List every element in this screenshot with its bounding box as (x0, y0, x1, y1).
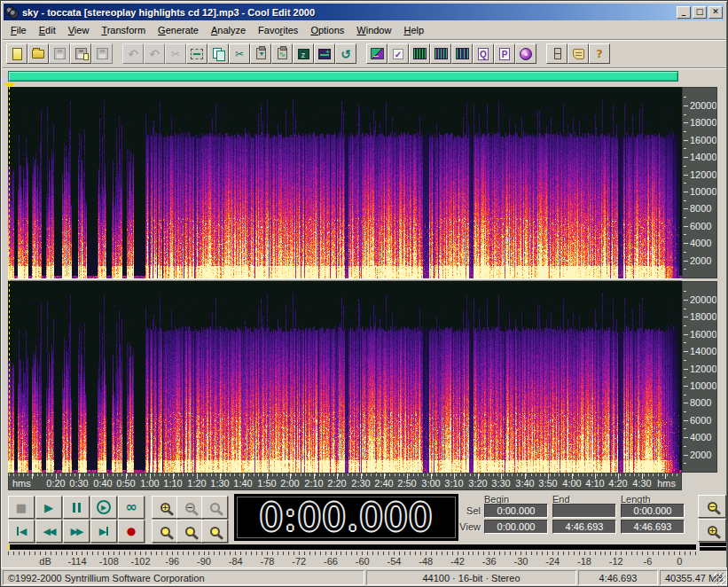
save-selection-button[interactable] (91, 43, 113, 64)
undo-button[interactable]: ↶ (122, 43, 144, 64)
spectral-phase-button[interactable] (451, 43, 473, 64)
flush-virtual-files-button[interactable] (546, 43, 568, 64)
repeat-command-button[interactable]: ↶ (144, 43, 165, 64)
spectrogram-left-channel[interactable] (8, 87, 682, 278)
freq-tick (684, 208, 688, 209)
paste-to-new-button[interactable] (271, 43, 293, 64)
help-icon: ? (596, 48, 603, 59)
sel-length-field[interactable]: 0:00.000 (621, 504, 685, 518)
scripts-button[interactable] (568, 43, 589, 64)
time-label: 1:40 (233, 478, 252, 489)
stop-button[interactable]: ■ (8, 496, 35, 519)
menu-view[interactable]: View (62, 23, 96, 37)
freq-tick (684, 369, 688, 370)
close-button[interactable]: ✕ (708, 6, 723, 19)
frequency-scale-right[interactable]: 2000018000160001400012000100008000600040… (682, 281, 717, 473)
save-file-icon (54, 48, 66, 59)
cd-player-button[interactable] (515, 43, 536, 64)
minimize-button[interactable]: _ (677, 6, 691, 19)
spectral-view-toggle-button[interactable] (366, 43, 387, 64)
menu-favorites[interactable]: Favorites (252, 23, 304, 37)
toolbar: ↶↶✂✂z↺✓QP? (6, 42, 724, 66)
zoom-left-edge-icon (185, 527, 195, 536)
menu-options[interactable]: Options (304, 23, 350, 37)
stop-icon: ■ (16, 502, 27, 513)
zoom-in-button[interactable]: + (152, 496, 178, 519)
trim-button[interactable] (186, 43, 207, 64)
view-begin-field[interactable]: 0:00.000 (484, 520, 548, 534)
resize-grip[interactable] (714, 573, 725, 584)
go-to-beginning-button[interactable]: ◀ (8, 520, 35, 543)
play-icon: ▶ (44, 502, 53, 513)
loop-edit-button[interactable]: ↺ (335, 43, 356, 64)
sel-end-field[interactable] (552, 504, 616, 518)
spectral-pan-button[interactable] (430, 43, 451, 64)
open-file-button[interactable] (27, 43, 49, 64)
freq-label: 16000 (690, 329, 717, 340)
zoom-left-edge-button[interactable] (176, 520, 203, 543)
convert-sample-type-button[interactable] (314, 43, 335, 64)
current-time-display: 0:00.000 (260, 496, 434, 539)
db-label: -66 (324, 556, 338, 567)
freq-tick (684, 420, 688, 421)
zoom-out-button[interactable]: − (176, 496, 203, 519)
zoom-right-edge-button[interactable] (201, 520, 228, 543)
menu-analyze[interactable]: Analyze (205, 23, 252, 37)
zoom-in-vertical-button[interactable]: + (698, 519, 726, 542)
paste-button[interactable] (250, 43, 271, 64)
menu-generate[interactable]: Generate (152, 23, 205, 37)
settings-check-button[interactable]: ✓ (387, 43, 409, 64)
freq-tick (684, 403, 688, 403)
time-ruler[interactable]: hms hms 0:200:300:400:501:001:101:201:30… (8, 473, 682, 490)
db-label: -108 (99, 556, 119, 567)
play-loop-infinite-button[interactable]: ∞ (118, 496, 145, 519)
frequency-analysis-button[interactable] (409, 43, 430, 64)
save-file-button[interactable] (49, 43, 70, 64)
title-bar[interactable]: sky - toccata [stereoplay highlights cd … (4, 4, 724, 20)
time-label: 3:50 (538, 478, 557, 489)
view-end-field[interactable]: 4:46.693 (552, 520, 616, 534)
spectrogram-right-channel[interactable] (8, 281, 682, 473)
overview-scroll-bar[interactable] (8, 71, 678, 82)
help-button[interactable]: ? (589, 43, 610, 64)
rewind-button[interactable]: ◀◀ (35, 520, 62, 543)
freq-tick (684, 97, 686, 98)
go-to-end-button[interactable]: ▶ (90, 520, 117, 543)
cut-button[interactable]: ✂ (229, 43, 250, 64)
zoom-full-button[interactable] (201, 496, 228, 519)
play-list-button[interactable]: P (494, 43, 515, 64)
zoom-out-vertical-button[interactable]: − (698, 495, 726, 518)
spectral-pan-icon (434, 48, 448, 59)
frequency-scale-left[interactable]: 2000018000160001400012000100008000600040… (682, 87, 717, 278)
time-label: 1:30 (210, 478, 229, 489)
menu-transform[interactable]: Transform (95, 23, 152, 37)
menu-window[interactable]: Window (350, 23, 397, 37)
status-duration: 4:46.693 (578, 570, 658, 585)
play-looped-button[interactable]: ▶ (90, 496, 117, 519)
new-file-button[interactable] (6, 43, 27, 64)
freq-tick (684, 261, 688, 262)
cue-list-button[interactable]: Q (473, 43, 494, 64)
sel-begin-field[interactable]: 0:00.000 (484, 504, 548, 518)
pause-icon (73, 503, 81, 513)
level-meter[interactable] (8, 544, 696, 550)
freq-tick (684, 269, 686, 270)
zoom-to-selection-button[interactable] (152, 520, 178, 543)
save-as-button[interactable] (70, 43, 91, 64)
maximize-button[interactable]: □ (693, 6, 707, 19)
pause-button[interactable] (63, 496, 90, 519)
copy-button[interactable] (207, 43, 229, 64)
view-length-field[interactable]: 4:46.693 (621, 520, 685, 534)
db-label: -102 (130, 556, 150, 567)
menu-help[interactable]: Help (397, 23, 430, 37)
cut-inactive-button[interactable]: ✂ (165, 43, 186, 64)
play-button[interactable]: ▶ (35, 496, 62, 519)
menu-bar: FileEditViewTransformGenerateAnalyzeFavo… (4, 21, 724, 38)
record-button[interactable]: ● (118, 520, 145, 543)
save-selection-icon (97, 48, 108, 59)
menu-file[interactable]: File (4, 23, 33, 37)
menu-edit[interactable]: Edit (33, 23, 62, 37)
freq-tick (684, 386, 688, 387)
fast-forward-button[interactable]: ▶▶ (63, 520, 90, 543)
mix-paste-button[interactable]: z (293, 43, 314, 64)
